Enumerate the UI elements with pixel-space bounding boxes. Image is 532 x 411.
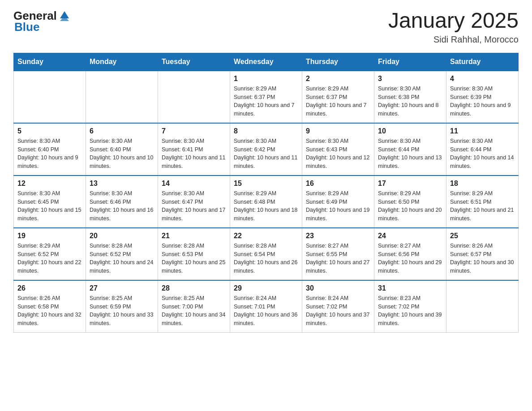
day-number: 14 bbox=[162, 180, 226, 188]
day-number: 20 bbox=[90, 232, 154, 240]
day-number: 1 bbox=[234, 75, 298, 83]
calendar-week-5: 26Sunrise: 8:26 AMSunset: 6:58 PMDayligh… bbox=[14, 280, 519, 333]
day-info: Sunrise: 8:24 AMSunset: 7:02 PMDaylight:… bbox=[306, 294, 370, 328]
calendar-cell: 16Sunrise: 8:29 AMSunset: 6:49 PMDayligh… bbox=[302, 176, 374, 228]
day-number: 6 bbox=[90, 127, 154, 135]
day-number: 18 bbox=[450, 180, 515, 188]
col-header-wednesday: Wednesday bbox=[230, 53, 302, 71]
calendar-cell: 11Sunrise: 8:30 AMSunset: 6:44 PMDayligh… bbox=[446, 123, 519, 176]
calendar-cell bbox=[86, 71, 158, 123]
day-number: 5 bbox=[17, 127, 82, 135]
calendar-cell: 29Sunrise: 8:24 AMSunset: 7:01 PMDayligh… bbox=[230, 280, 302, 333]
day-number: 26 bbox=[17, 284, 82, 292]
day-number: 15 bbox=[234, 180, 298, 188]
day-info: Sunrise: 8:29 AMSunset: 6:50 PMDaylight:… bbox=[378, 189, 442, 223]
day-number: 12 bbox=[17, 180, 82, 188]
calendar-cell: 13Sunrise: 8:30 AMSunset: 6:46 PMDayligh… bbox=[86, 176, 158, 228]
logo-text-blue: Blue bbox=[14, 20, 39, 34]
calendar-cell: 25Sunrise: 8:26 AMSunset: 6:57 PMDayligh… bbox=[446, 228, 519, 280]
day-info: Sunrise: 8:27 AMSunset: 6:55 PMDaylight:… bbox=[306, 242, 370, 275]
calendar-week-1: 1Sunrise: 8:29 AMSunset: 6:37 PMDaylight… bbox=[14, 71, 519, 123]
day-info: Sunrise: 8:25 AMSunset: 7:00 PMDaylight:… bbox=[162, 294, 226, 328]
day-info: Sunrise: 8:29 AMSunset: 6:51 PMDaylight:… bbox=[450, 189, 515, 223]
calendar-cell: 14Sunrise: 8:30 AMSunset: 6:47 PMDayligh… bbox=[158, 176, 230, 228]
calendar-cell: 5Sunrise: 8:30 AMSunset: 6:40 PMDaylight… bbox=[14, 123, 86, 176]
day-number: 22 bbox=[234, 232, 298, 240]
day-info: Sunrise: 8:28 AMSunset: 6:53 PMDaylight:… bbox=[162, 242, 226, 275]
calendar-week-4: 19Sunrise: 8:29 AMSunset: 6:52 PMDayligh… bbox=[14, 228, 519, 280]
calendar-cell: 7Sunrise: 8:30 AMSunset: 6:41 PMDaylight… bbox=[158, 123, 230, 176]
calendar-cell: 21Sunrise: 8:28 AMSunset: 6:53 PMDayligh… bbox=[158, 228, 230, 280]
day-number: 9 bbox=[306, 127, 370, 135]
day-number: 10 bbox=[378, 127, 442, 135]
calendar-cell bbox=[446, 280, 519, 333]
calendar-cell: 8Sunrise: 8:30 AMSunset: 6:42 PMDaylight… bbox=[230, 123, 302, 176]
col-header-friday: Friday bbox=[374, 53, 446, 71]
day-info: Sunrise: 8:29 AMSunset: 6:37 PMDaylight:… bbox=[306, 85, 370, 118]
calendar-cell: 15Sunrise: 8:29 AMSunset: 6:48 PMDayligh… bbox=[230, 176, 302, 228]
col-header-sunday: Sunday bbox=[14, 53, 86, 71]
calendar-cell: 18Sunrise: 8:29 AMSunset: 6:51 PMDayligh… bbox=[446, 176, 519, 228]
col-header-thursday: Thursday bbox=[302, 53, 374, 71]
day-number: 2 bbox=[306, 75, 370, 83]
col-header-saturday: Saturday bbox=[446, 53, 519, 71]
day-info: Sunrise: 8:30 AMSunset: 6:46 PMDaylight:… bbox=[90, 189, 154, 223]
day-info: Sunrise: 8:29 AMSunset: 6:37 PMDaylight:… bbox=[234, 85, 298, 118]
calendar-cell: 4Sunrise: 8:30 AMSunset: 6:39 PMDaylight… bbox=[446, 71, 519, 123]
day-info: Sunrise: 8:30 AMSunset: 6:38 PMDaylight:… bbox=[378, 85, 442, 118]
day-info: Sunrise: 8:29 AMSunset: 6:48 PMDaylight:… bbox=[234, 189, 298, 223]
title-block: January 2025 Sidi Rahhal, Morocco bbox=[388, 9, 519, 45]
day-info: Sunrise: 8:30 AMSunset: 6:40 PMDaylight:… bbox=[17, 137, 82, 171]
day-info: Sunrise: 8:29 AMSunset: 6:49 PMDaylight:… bbox=[306, 189, 370, 223]
day-number: 19 bbox=[17, 232, 82, 240]
day-number: 29 bbox=[234, 284, 298, 292]
svg-marker-1 bbox=[60, 18, 69, 21]
calendar-header: SundayMondayTuesdayWednesdayThursdayFrid… bbox=[14, 53, 519, 71]
day-info: Sunrise: 8:30 AMSunset: 6:47 PMDaylight:… bbox=[162, 189, 226, 223]
day-number: 24 bbox=[378, 232, 442, 240]
day-info: Sunrise: 8:27 AMSunset: 6:56 PMDaylight:… bbox=[378, 242, 442, 275]
day-number: 13 bbox=[90, 180, 154, 188]
page-header: General Blue January 2025 Sidi Rahhal, M… bbox=[13, 9, 519, 45]
calendar-cell: 28Sunrise: 8:25 AMSunset: 7:00 PMDayligh… bbox=[158, 280, 230, 333]
logo-icon bbox=[58, 9, 71, 22]
day-info: Sunrise: 8:26 AMSunset: 6:58 PMDaylight:… bbox=[17, 294, 82, 328]
day-number: 31 bbox=[378, 284, 442, 292]
day-number: 30 bbox=[306, 284, 370, 292]
day-number: 23 bbox=[306, 232, 370, 240]
calendar-cell: 23Sunrise: 8:27 AMSunset: 6:55 PMDayligh… bbox=[302, 228, 374, 280]
calendar-cell: 9Sunrise: 8:30 AMSunset: 6:43 PMDaylight… bbox=[302, 123, 374, 176]
col-header-tuesday: Tuesday bbox=[158, 53, 230, 71]
day-number: 3 bbox=[378, 75, 442, 83]
day-info: Sunrise: 8:30 AMSunset: 6:41 PMDaylight:… bbox=[162, 137, 226, 171]
day-info: Sunrise: 8:26 AMSunset: 6:57 PMDaylight:… bbox=[450, 242, 515, 275]
calendar-cell: 19Sunrise: 8:29 AMSunset: 6:52 PMDayligh… bbox=[14, 228, 86, 280]
day-number: 7 bbox=[162, 127, 226, 135]
calendar-cell: 12Sunrise: 8:30 AMSunset: 6:45 PMDayligh… bbox=[14, 176, 86, 228]
day-number: 11 bbox=[450, 127, 515, 135]
calendar-week-2: 5Sunrise: 8:30 AMSunset: 6:40 PMDaylight… bbox=[14, 123, 519, 176]
calendar-cell: 31Sunrise: 8:23 AMSunset: 7:02 PMDayligh… bbox=[374, 280, 446, 333]
day-info: Sunrise: 8:30 AMSunset: 6:39 PMDaylight:… bbox=[450, 85, 515, 118]
calendar-cell: 27Sunrise: 8:25 AMSunset: 6:59 PMDayligh… bbox=[86, 280, 158, 333]
calendar-cell: 10Sunrise: 8:30 AMSunset: 6:44 PMDayligh… bbox=[374, 123, 446, 176]
svg-marker-0 bbox=[60, 11, 69, 18]
day-info: Sunrise: 8:29 AMSunset: 6:52 PMDaylight:… bbox=[17, 242, 82, 275]
calendar-cell: 26Sunrise: 8:26 AMSunset: 6:58 PMDayligh… bbox=[14, 280, 86, 333]
day-info: Sunrise: 8:30 AMSunset: 6:42 PMDaylight:… bbox=[234, 137, 298, 171]
calendar-cell: 22Sunrise: 8:28 AMSunset: 6:54 PMDayligh… bbox=[230, 228, 302, 280]
day-info: Sunrise: 8:30 AMSunset: 6:45 PMDaylight:… bbox=[17, 189, 82, 223]
month-title: January 2025 bbox=[388, 9, 519, 33]
day-number: 8 bbox=[234, 127, 298, 135]
day-info: Sunrise: 8:30 AMSunset: 6:43 PMDaylight:… bbox=[306, 137, 370, 171]
day-number: 16 bbox=[306, 180, 370, 188]
calendar-cell bbox=[158, 71, 230, 123]
calendar-cell: 24Sunrise: 8:27 AMSunset: 6:56 PMDayligh… bbox=[374, 228, 446, 280]
calendar-cell bbox=[14, 71, 86, 123]
location-subtitle: Sidi Rahhal, Morocco bbox=[388, 34, 519, 45]
day-number: 17 bbox=[378, 180, 442, 188]
day-number: 28 bbox=[162, 284, 226, 292]
logo: General Blue bbox=[13, 9, 71, 34]
day-info: Sunrise: 8:28 AMSunset: 6:52 PMDaylight:… bbox=[90, 242, 154, 275]
day-info: Sunrise: 8:30 AMSunset: 6:44 PMDaylight:… bbox=[450, 137, 515, 171]
